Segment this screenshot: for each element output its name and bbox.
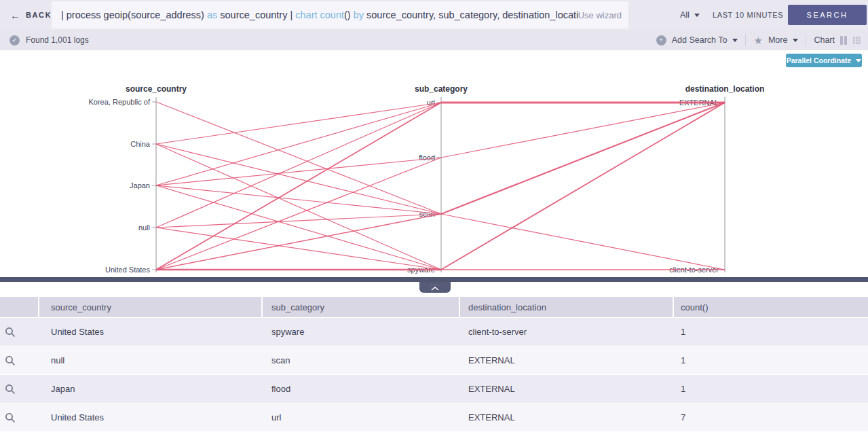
pc-link[interactable] <box>441 103 725 158</box>
table-cell: flood <box>261 384 459 394</box>
add-search-to-dropdown[interactable]: + Add Search To <box>656 35 738 46</box>
parallel-coordinates-chart[interactable]: source_countryKorea, Republic ofChinaJap… <box>0 68 868 277</box>
row-search-button[interactable] <box>0 384 38 395</box>
chevron-down-icon <box>694 14 700 17</box>
magnifier-icon <box>5 412 16 423</box>
status-text: Found 1,001 logs <box>26 35 89 45</box>
table-cell: EXTERNAL <box>459 412 673 422</box>
table-row: United Statesspywareclient-to-server1 <box>0 318 868 346</box>
magnifier-icon <box>5 355 16 366</box>
back-button[interactable]: ← BACK <box>10 0 52 30</box>
divider <box>745 35 746 46</box>
column-header-sub-category[interactable]: sub_category <box>263 297 459 317</box>
pc-link[interactable] <box>156 103 441 185</box>
chart-view-toggle: Chart <box>814 35 861 45</box>
table-cell: scan <box>261 355 459 365</box>
check-circle-icon: ✓ <box>10 35 20 46</box>
result-bar: ✓ Found 1,001 logs + Add Search To ★ Mor… <box>0 30 868 50</box>
split-view-icon[interactable] <box>840 36 847 45</box>
axis-tick-label: Japan <box>130 181 150 190</box>
pc-link[interactable] <box>156 158 441 185</box>
pc-link[interactable] <box>441 103 725 270</box>
table-cell: 1 <box>673 327 868 337</box>
query-segment: () <box>344 10 354 20</box>
scope-dropdown[interactable]: All <box>680 0 700 30</box>
pc-link[interactable] <box>441 214 725 270</box>
axis-tick-label: null <box>138 223 150 232</box>
panel-divider[interactable] <box>0 277 868 282</box>
row-search-button[interactable] <box>0 355 38 366</box>
use-wizard-link[interactable]: Use wizard <box>578 10 622 20</box>
query-segment: source_country, sub_category, destinatio… <box>364 10 578 20</box>
table-cell: United States <box>38 327 261 337</box>
pc-link[interactable] <box>156 144 441 214</box>
axis-title: destination_location <box>685 84 765 94</box>
search-button[interactable]: SEARCH <box>788 5 867 25</box>
time-range-dropdown[interactable]: LAST 10 MINUTES <box>713 0 794 30</box>
more-dropdown[interactable]: ★ More <box>753 35 798 46</box>
row-search-button[interactable] <box>0 327 38 338</box>
time-range-value: LAST 10 MINUTES <box>713 11 783 19</box>
table-row: JapanfloodEXTERNAL1 <box>0 375 868 403</box>
table-cell: EXTERNAL <box>459 384 673 394</box>
pc-link[interactable] <box>156 144 441 270</box>
chevron-down-icon <box>793 39 798 42</box>
search-status: ✓ Found 1,001 logs <box>10 35 89 46</box>
query-text[interactable]: | process geoip(source_address) as sourc… <box>52 10 578 20</box>
back-label: BACK <box>26 11 52 19</box>
chart-type-dropdown[interactable]: Parallel Coordinate <box>786 54 862 67</box>
axis-title: source_country <box>126 84 187 94</box>
query-segment: | process geoip(source_address) <box>61 10 207 20</box>
column-header-count[interactable]: count() <box>674 297 868 317</box>
pc-link[interactable] <box>156 158 441 270</box>
pc-link[interactable] <box>156 185 441 214</box>
pc-link[interactable] <box>156 214 441 228</box>
chevron-down-icon <box>732 39 738 42</box>
table-header-row: source_country sub_category destination_… <box>0 297 868 317</box>
star-icon: ★ <box>753 35 762 46</box>
column-header-source-country[interactable]: source_country <box>39 297 261 317</box>
pc-link[interactable] <box>156 214 441 270</box>
grid-view-icon[interactable] <box>852 36 861 45</box>
pc-link[interactable] <box>156 103 441 144</box>
axis-tick-label: flood <box>419 154 435 162</box>
more-label: More <box>768 35 787 45</box>
chart-label: Chart <box>814 35 835 45</box>
chart-panel: Parallel Coordinate source_countryKorea,… <box>0 50 868 277</box>
table-header-spacer <box>0 297 38 317</box>
scope-dropdown-value: All <box>680 10 690 20</box>
table-row: nullscanEXTERNAL1 <box>0 346 868 374</box>
table-cell: Japan <box>38 384 261 394</box>
axis-title: sub_category <box>415 84 468 94</box>
pc-link[interactable] <box>156 103 441 228</box>
pc-link[interactable] <box>156 185 441 270</box>
query-segment: chart count <box>295 10 344 20</box>
query-input[interactable]: | process geoip(source_address) as sourc… <box>52 1 628 29</box>
table-cell: 1 <box>673 384 868 394</box>
table-cell: url <box>261 412 459 422</box>
table-cell: EXTERNAL <box>459 355 673 365</box>
row-search-button[interactable] <box>0 412 38 423</box>
pc-link[interactable] <box>441 103 725 214</box>
table-cell: null <box>38 355 261 365</box>
query-segment: source_country | <box>217 10 295 20</box>
plus-circle-icon: + <box>656 35 666 46</box>
table-cell: spyware <box>261 327 459 337</box>
magnifier-icon <box>5 327 16 338</box>
back-arrow-icon: ← <box>10 10 20 21</box>
table-cell: United States <box>38 412 261 422</box>
query-segment: as <box>207 10 217 20</box>
table-cell: 1 <box>673 355 868 365</box>
top-search-bar: ← BACK | process geoip(source_address) a… <box>0 0 868 30</box>
pc-link[interactable] <box>156 103 441 270</box>
divider <box>806 35 806 46</box>
pc-link[interactable] <box>156 102 441 214</box>
table-row: United StatesurlEXTERNAL7 <box>0 403 868 431</box>
chevron-up-icon <box>431 287 439 291</box>
column-header-destination-location[interactable]: destination_location <box>460 297 673 317</box>
axis-tick-label: Korea, Republic of <box>89 98 151 106</box>
pc-link[interactable] <box>156 228 441 270</box>
axis-tick-label: United States <box>105 266 151 274</box>
table-body: United Statesspywareclient-to-server1nul… <box>0 318 868 431</box>
collapse-panel-button[interactable]: ···· <box>419 282 451 293</box>
